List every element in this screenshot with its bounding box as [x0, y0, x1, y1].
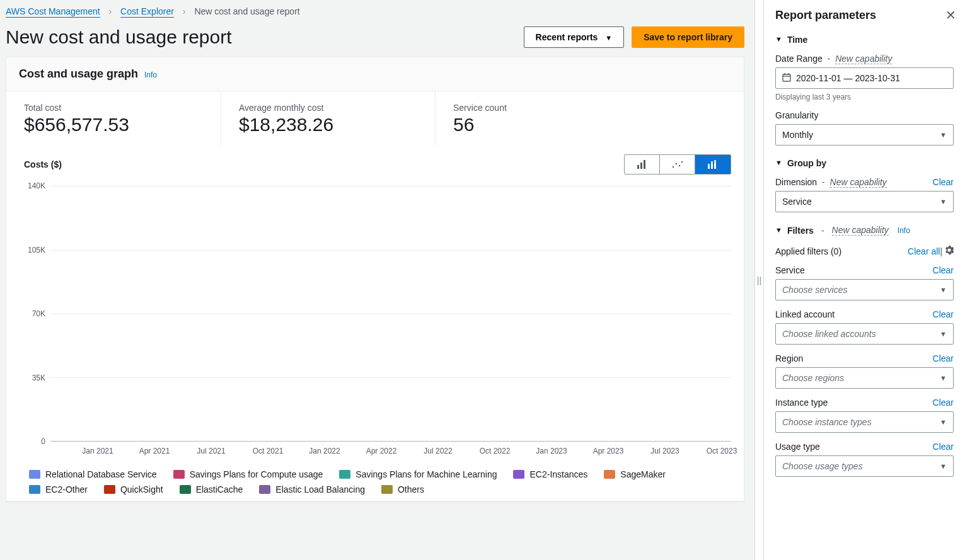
legend-label: Others: [398, 484, 424, 494]
y-tick: 0: [41, 437, 45, 446]
legend-item[interactable]: Savings Plans for Compute usage: [173, 469, 323, 479]
clear-filter-button[interactable]: Clear: [933, 442, 954, 452]
svg-point-3: [672, 166, 673, 168]
date-range-value: 2020-11-01 — 2023-10-31: [796, 73, 900, 83]
filter-label: Usage type: [775, 442, 820, 452]
date-range-picker[interactable]: 2020-11-01 — 2023-10-31: [775, 67, 954, 89]
legend-item[interactable]: Relational Database Service: [29, 469, 157, 479]
legend-swatch: [104, 485, 115, 494]
legend-swatch: [173, 470, 185, 479]
x-tick: Jan 2023: [536, 447, 567, 455]
filter-select[interactable]: Choose usage types▼: [775, 455, 954, 477]
close-icon[interactable]: ✕: [945, 8, 956, 23]
legend-swatch: [259, 485, 270, 494]
legend-swatch: [180, 485, 191, 494]
legend-item[interactable]: QuickSight: [104, 484, 163, 494]
breadcrumb-current: New cost and usage report: [194, 6, 299, 16]
legend-swatch: [29, 470, 40, 479]
applied-filters-count: Applied filters (0): [775, 246, 841, 256]
legend-item[interactable]: Elastic Load Balancing: [259, 484, 365, 494]
filter-placeholder: Choose regions: [782, 373, 844, 383]
chevron-right-icon: ›: [183, 6, 186, 16]
filter-select[interactable]: Choose regions▼: [775, 367, 954, 389]
breadcrumb-mid[interactable]: Cost Explorer: [120, 6, 174, 18]
y-tick: 140K: [28, 181, 45, 190]
save-button[interactable]: Save to report library: [632, 26, 744, 48]
new-capability-badge[interactable]: New capability: [835, 54, 892, 64]
caret-down-icon: ▼: [940, 374, 947, 382]
clear-filter-button[interactable]: Clear: [933, 353, 954, 363]
legend-label: ElastiCache: [196, 484, 243, 494]
caret-down-icon: ▼: [605, 34, 612, 42]
granularity-select[interactable]: Monthly ▼: [775, 124, 954, 146]
x-tick: Jul 2022: [424, 447, 452, 455]
section-group-by[interactable]: ▼ Group by: [775, 158, 954, 168]
panel-resizer[interactable]: ||: [754, 0, 763, 560]
filter-select[interactable]: Choose linked accounts▼: [775, 323, 954, 345]
chart-plot: 035K70K105K140K: [13, 177, 731, 442]
stat-label: Service count: [453, 103, 507, 113]
x-tick: Jan 2021: [82, 447, 113, 455]
x-tick: Jul 2021: [197, 447, 225, 455]
legend-label: Savings Plans for Machine Learning: [355, 469, 497, 479]
legend-item[interactable]: ElastiCache: [180, 484, 243, 494]
gear-icon[interactable]: [945, 246, 954, 256]
granularity-label: Granularity: [775, 110, 954, 120]
svg-rect-13: [783, 74, 790, 81]
dimension-value: Service: [782, 197, 812, 207]
info-link[interactable]: Info: [898, 226, 910, 235]
stat-average: Average monthly cost $18,238.26: [221, 91, 435, 147]
clear-filter-button[interactable]: Clear: [933, 265, 954, 275]
filter-placeholder: Choose instance types: [782, 417, 872, 427]
section-label: Filters: [787, 226, 814, 236]
clear-filter-button[interactable]: Clear: [933, 397, 954, 408]
recent-reports-button[interactable]: Recent reports ▼: [524, 26, 625, 48]
date-range-help: Displaying last 3 years: [775, 93, 954, 101]
clear-filter-button[interactable]: Clear: [933, 309, 954, 319]
caret-down-icon: ▼: [940, 330, 947, 338]
stat-value: $18,238.26: [239, 114, 417, 135]
section-time[interactable]: ▼ Time: [775, 35, 954, 45]
breadcrumb-root[interactable]: AWS Cost Management: [6, 6, 100, 18]
svg-rect-2: [644, 160, 645, 169]
info-link[interactable]: Info: [144, 71, 157, 79]
clear-dimension-button[interactable]: Clear: [933, 177, 954, 187]
caret-down-icon: ▼: [940, 418, 947, 426]
stat-label: Total cost: [24, 103, 203, 113]
filter-placeholder: Choose services: [782, 285, 848, 295]
section-label: Group by: [787, 158, 826, 168]
y-tick: 105K: [28, 246, 45, 254]
bar-chart-icon[interactable]: [625, 155, 660, 174]
new-capability-badge[interactable]: New capability: [830, 177, 887, 188]
stat-total: Total cost $656,577.53: [6, 91, 221, 147]
line-chart-icon[interactable]: [660, 155, 695, 174]
section-label: Time: [787, 35, 807, 45]
dimension-select[interactable]: Service ▼: [775, 191, 954, 212]
legend-label: Savings Plans for Compute usage: [190, 469, 323, 479]
legend-item[interactable]: Savings Plans for Machine Learning: [339, 469, 497, 479]
stat-label: Average monthly cost: [239, 103, 417, 113]
svg-rect-12: [714, 160, 716, 163]
legend-swatch: [513, 470, 524, 479]
caret-down-icon: ▼: [940, 131, 947, 139]
clear-all-button[interactable]: Clear all: [908, 246, 940, 256]
cost-usage-card: Cost and usage graph Info Total cost $65…: [6, 57, 744, 501]
x-tick: Oct 2023: [707, 447, 737, 455]
stat-service-count: Service count 56: [435, 91, 524, 147]
legend-item[interactable]: EC2-Instances: [513, 469, 587, 479]
filter-label: Service: [775, 265, 805, 275]
legend-item[interactable]: EC2-Other: [29, 484, 88, 494]
x-tick: Oct 2021: [253, 447, 284, 455]
filter-select[interactable]: Choose services▼: [775, 279, 954, 300]
caret-down-icon: ▼: [940, 198, 947, 205]
legend-label: Elastic Load Balancing: [275, 484, 365, 494]
new-capability-badge[interactable]: New capability: [832, 225, 889, 236]
stacked-bar-icon[interactable]: [695, 155, 731, 174]
legend-item[interactable]: Others: [381, 484, 424, 494]
page-title: New cost and usage report: [6, 26, 232, 48]
x-tick: Oct 2022: [480, 447, 511, 455]
section-filters[interactable]: ▼ Filters - New capability Info: [775, 225, 954, 236]
svg-point-5: [678, 165, 679, 166]
filter-select[interactable]: Choose instance types▼: [775, 411, 954, 433]
legend-item[interactable]: SageMaker: [604, 469, 666, 479]
